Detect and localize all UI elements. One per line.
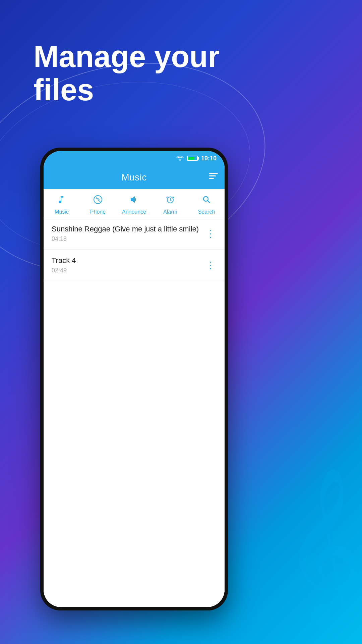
wifi-icon bbox=[176, 155, 184, 162]
tab-search-label: Search bbox=[198, 209, 215, 215]
svg-rect-1 bbox=[209, 175, 216, 176]
tab-announce[interactable]: Announce bbox=[116, 195, 152, 215]
track-more-1[interactable]: ⋮ bbox=[204, 228, 217, 239]
tab-music[interactable]: Music bbox=[44, 195, 80, 215]
track-title-2: Track 4 bbox=[52, 256, 204, 265]
tab-music-label: Music bbox=[55, 209, 69, 215]
track-duration-1: 04:18 bbox=[52, 235, 204, 243]
bg-treble-clef: 𝄞 bbox=[283, 476, 362, 610]
phone-mockup: 19:10 Music Music bbox=[40, 148, 228, 610]
status-time: 19:10 bbox=[201, 155, 217, 162]
track-info-1: Sunshine Reggae (Give me just a little s… bbox=[52, 225, 204, 243]
category-tabs: Music Phone Announce bbox=[44, 189, 225, 218]
sort-icon[interactable] bbox=[209, 172, 218, 183]
tab-phone-label: Phone bbox=[90, 209, 106, 215]
announce-icon bbox=[129, 195, 139, 207]
music-icon bbox=[57, 195, 67, 207]
headline-line2: files bbox=[34, 73, 220, 107]
svg-rect-0 bbox=[209, 173, 218, 174]
app-title: Music bbox=[121, 172, 147, 183]
alarm-icon bbox=[165, 195, 175, 207]
tab-alarm[interactable]: Alarm bbox=[152, 195, 188, 215]
track-info-2: Track 4 02:49 bbox=[52, 256, 204, 274]
track-item-1[interactable]: Sunshine Reggae (Give me just a little s… bbox=[44, 218, 225, 250]
headline: Manage your files bbox=[34, 40, 220, 107]
track-more-2[interactable]: ⋮ bbox=[204, 260, 217, 271]
status-bar: 19:10 bbox=[44, 151, 225, 166]
battery-fill bbox=[188, 157, 194, 160]
svg-rect-2 bbox=[209, 178, 214, 179]
app-header: Music bbox=[44, 166, 225, 189]
tab-alarm-label: Alarm bbox=[163, 209, 177, 215]
phone-icon bbox=[93, 195, 103, 207]
battery-icon bbox=[187, 156, 198, 161]
track-title-1: Sunshine Reggae (Give me just a little s… bbox=[52, 225, 204, 233]
tab-announce-label: Announce bbox=[122, 209, 146, 215]
search-icon bbox=[201, 195, 212, 207]
track-item-2[interactable]: Track 4 02:49 ⋮ bbox=[44, 250, 225, 281]
tab-phone[interactable]: Phone bbox=[80, 195, 116, 215]
svg-point-3 bbox=[94, 196, 102, 204]
battery-status bbox=[187, 156, 198, 161]
tab-search[interactable]: Search bbox=[188, 195, 225, 215]
phone-screen: 19:10 Music Music bbox=[44, 151, 225, 607]
headline-line1: Manage your bbox=[34, 40, 220, 73]
music-list: Sunshine Reggae (Give me just a little s… bbox=[44, 218, 225, 607]
track-duration-2: 02:49 bbox=[52, 267, 204, 274]
